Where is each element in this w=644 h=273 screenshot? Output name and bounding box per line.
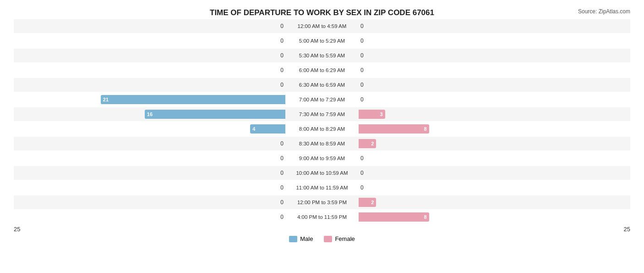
female-bars: 3 — [359, 109, 630, 119]
female-bars: 0 — [359, 80, 630, 90]
bar-female: 2 — [359, 198, 376, 207]
bar-male-value-inside: 16 — [145, 111, 155, 117]
bar-female-zero: 0 — [360, 23, 364, 29]
female-bars: 8 — [359, 124, 630, 134]
female-bars: 0 — [359, 183, 630, 193]
bar-female-zero: 0 — [360, 38, 364, 44]
male-bars: 0 — [14, 65, 285, 75]
table-row: 0 8:30 AM to 8:59 AM 2 — [14, 137, 630, 150]
female-bars: 0 — [359, 65, 630, 75]
table-row: 0 10:00 AM to 10:59 AM 0 — [14, 166, 630, 180]
male-bars: 21 — [14, 95, 285, 105]
bar-female-zero: 0 — [360, 155, 364, 162]
bar-male: 21 — [101, 95, 285, 104]
rows-container: 0 12:00 AM to 4:59 AM 0 0 5:00 AM to 5:2… — [14, 19, 630, 225]
table-row: 21 7:00 AM to 7:29 AM 0 — [14, 93, 630, 106]
row-label: 7:00 AM to 7:29 AM — [285, 97, 359, 102]
male-bars: 0 — [14, 36, 285, 46]
row-label: 8:30 AM to 8:59 AM — [285, 141, 359, 146]
row-label: 12:00 AM to 4:59 AM — [285, 23, 359, 29]
chart-title: TIME OF DEPARTURE TO WORK BY SEX IN ZIP … — [14, 8, 630, 17]
axis-left: 25 — [14, 226, 20, 233]
table-row: 0 5:00 AM to 5:29 AM 0 — [14, 34, 630, 48]
bar-male-zero: 0 — [280, 23, 284, 29]
bar-male-zero: 0 — [280, 140, 284, 147]
female-bars: 8 — [359, 212, 630, 222]
bar-male-zero: 0 — [280, 38, 284, 44]
bar-female-value-inside: 8 — [421, 214, 429, 220]
table-row: 0 11:00 AM to 11:59 AM 0 — [14, 181, 630, 195]
row-label: 7:30 AM to 7:59 AM — [285, 111, 359, 117]
legend-female: Female — [324, 235, 355, 242]
bar-male-zero: 0 — [280, 199, 284, 206]
male-bars: 0 — [14, 50, 285, 61]
bar-male-zero: 0 — [280, 155, 284, 162]
table-row: 0 9:00 AM to 9:59 AM 0 — [14, 151, 630, 165]
female-bars: 0 — [359, 50, 630, 61]
row-label: 5:00 AM to 5:29 AM — [285, 38, 359, 44]
bar-male-zero: 0 — [280, 184, 284, 191]
bar-female-zero: 0 — [360, 67, 364, 73]
bar-female-value-inside: 2 — [369, 141, 376, 146]
bar-female-value-inside: 8 — [421, 126, 429, 132]
female-bars: 0 — [359, 153, 630, 163]
row-label: 8:00 AM to 8:29 AM — [285, 126, 359, 132]
bar-female: 8 — [359, 212, 429, 222]
bar-female-value-inside: 3 — [377, 111, 385, 117]
legend-female-box — [324, 236, 332, 242]
bar-male-zero: 0 — [280, 170, 284, 176]
female-bars: 0 — [359, 95, 630, 105]
table-row: 0 4:00 PM to 11:59 PM 8 — [14, 210, 630, 224]
row-label: 12:00 PM to 3:59 PM — [285, 200, 359, 205]
bar-female: 8 — [359, 124, 429, 134]
table-row: 0 6:00 AM to 6:29 AM 0 — [14, 63, 630, 77]
male-bars: 0 — [14, 183, 285, 193]
bar-male-zero: 0 — [280, 52, 284, 59]
bar-female-zero: 0 — [360, 170, 364, 176]
table-row: 0 12:00 PM to 3:59 PM 2 — [14, 195, 630, 209]
male-bars: 0 — [14, 153, 285, 163]
axis-labels: 25 25 — [14, 226, 630, 233]
table-row: 4 8:00 AM to 8:29 AM 8 — [14, 122, 630, 136]
table-row: 0 12:00 AM to 4:59 AM 0 — [14, 19, 630, 33]
bar-male: 4 — [250, 124, 285, 134]
bar-female-value-inside: 2 — [369, 200, 376, 205]
row-label: 9:00 AM to 9:59 AM — [285, 156, 359, 161]
axis-right: 25 — [624, 226, 630, 233]
row-label: 4:00 PM to 11:59 PM — [285, 214, 359, 220]
male-bars: 0 — [14, 168, 285, 178]
bar-male-value-inside: 21 — [101, 97, 111, 102]
source-label: Source: ZipAtlas.com — [578, 8, 630, 15]
bar-male-value-inside: 4 — [250, 126, 257, 132]
male-bars: 0 — [14, 80, 285, 90]
bar-male: 16 — [145, 110, 285, 119]
male-bars: 0 — [14, 197, 285, 207]
table-row: 16 7:30 AM to 7:59 AM 3 — [14, 107, 630, 121]
row-label: 5:30 AM to 5:59 AM — [285, 53, 359, 58]
female-bars: 0 — [359, 21, 630, 31]
legend: Male Female — [14, 235, 630, 242]
legend-female-label: Female — [335, 235, 355, 242]
legend-male: Male — [289, 235, 313, 242]
male-bars: 0 — [14, 21, 285, 31]
male-bars: 0 — [14, 212, 285, 222]
male-bars: 16 — [14, 109, 285, 119]
table-row: 0 5:30 AM to 5:59 AM 0 — [14, 49, 630, 62]
legend-male-label: Male — [300, 235, 313, 242]
table-row: 0 6:30 AM to 6:59 AM 0 — [14, 78, 630, 92]
bar-female-zero: 0 — [360, 184, 364, 191]
male-bars: 4 — [14, 124, 285, 134]
female-bars: 2 — [359, 197, 630, 207]
bar-male-zero: 0 — [280, 67, 284, 73]
female-bars: 0 — [359, 36, 630, 46]
bar-male-zero: 0 — [280, 214, 284, 220]
bar-female-zero: 0 — [360, 52, 364, 59]
bar-female-zero: 0 — [360, 82, 364, 88]
row-label: 10:00 AM to 10:59 AM — [285, 170, 359, 176]
bar-female: 3 — [359, 110, 385, 119]
bar-female-zero: 0 — [360, 96, 364, 103]
row-label: 11:00 AM to 11:59 AM — [285, 185, 359, 190]
bar-female: 2 — [359, 139, 376, 148]
female-bars: 0 — [359, 168, 630, 178]
row-label: 6:00 AM to 6:29 AM — [285, 67, 359, 73]
